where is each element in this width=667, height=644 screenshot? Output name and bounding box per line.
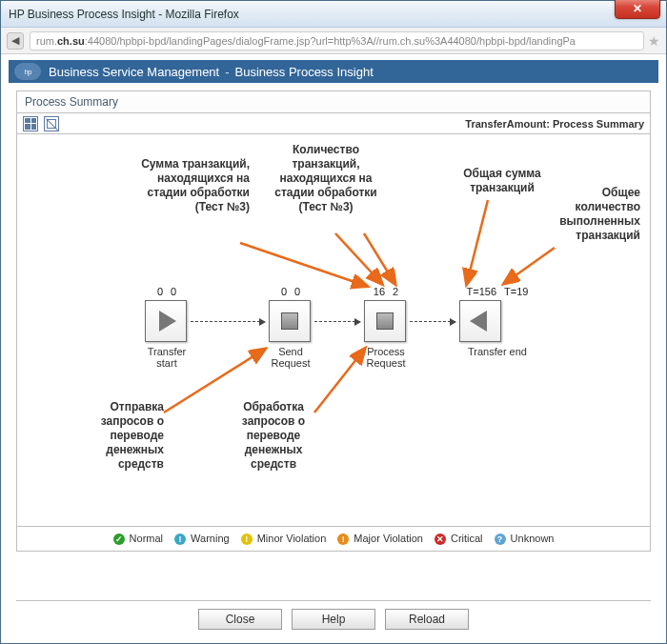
status-i-normal-icon: ✓ bbox=[113, 533, 125, 545]
help-button[interactable]: Help bbox=[292, 609, 375, 630]
module-name: Business Process Insight bbox=[235, 65, 374, 79]
legend-label: Major Violation bbox=[351, 533, 423, 544]
status-i-warn-icon: ! bbox=[174, 533, 186, 545]
diagram-canvas: 00Transfer start00Send Request162Process… bbox=[21, 138, 646, 522]
browser-window: HP Business Process Insight - Mozilla Fi… bbox=[0, 0, 667, 644]
legend-label: Warning bbox=[188, 533, 230, 544]
window-title: HP Business Process Insight - Mozilla Fi… bbox=[9, 8, 239, 21]
legend-item: ! Major Violation bbox=[337, 533, 423, 545]
dialog-buttons: Close Help Reload bbox=[1, 609, 666, 630]
reload-button[interactable]: Reload bbox=[385, 609, 469, 630]
legend-label: Normal bbox=[127, 533, 164, 544]
status-legend: ✓ Normal! Warning! Minor Violation! Majo… bbox=[17, 526, 650, 545]
product-name: Business Service Management bbox=[49, 65, 219, 79]
grid-icon[interactable] bbox=[23, 116, 38, 131]
product-header: hp Business Service Management - Busines… bbox=[9, 60, 658, 83]
dialog-separator bbox=[16, 600, 651, 601]
status-i-unk-icon: ? bbox=[495, 533, 506, 545]
url-host: ch.su bbox=[57, 35, 85, 47]
chevron-left-icon: ◀ bbox=[11, 34, 19, 47]
hp-logo-icon: hp bbox=[14, 63, 41, 80]
address-input[interactable]: rum. ch.su :44080/hpbpi-bpd/landingPages… bbox=[30, 31, 644, 50]
panel-toolbar: TransferAmount: Process Summary bbox=[17, 113, 650, 134]
status-i-major-icon: ! bbox=[337, 533, 349, 545]
legend-label: Unknown bbox=[508, 533, 555, 544]
nav-back-button[interactable]: ◀ bbox=[7, 32, 24, 50]
section-heading: Process Summary bbox=[16, 91, 651, 113]
legend-item: ? Unknown bbox=[495, 533, 555, 545]
legend-item: ✓ Normal bbox=[113, 533, 164, 545]
svg-line-4 bbox=[505, 248, 555, 283]
url-bar: ◀ rum. ch.su :44080/hpbpi-bpd/landingPag… bbox=[1, 28, 666, 54]
status-i-crit-icon: ✕ bbox=[435, 533, 446, 545]
close-button[interactable]: Close bbox=[198, 609, 282, 630]
titlebar: HP Business Process Insight - Mozilla Fi… bbox=[1, 1, 666, 28]
header-separator: - bbox=[225, 65, 229, 79]
svg-line-3 bbox=[467, 200, 488, 283]
legend-label: Critical bbox=[448, 533, 483, 544]
window-controls: ✕ bbox=[615, 0, 660, 19]
svg-line-1 bbox=[335, 233, 381, 283]
legend-item: ✕ Critical bbox=[435, 533, 483, 545]
legend-item: ! Warning bbox=[174, 533, 230, 545]
close-icon: ✕ bbox=[633, 2, 642, 15]
main-content: Process Summary TransferAmount: Process … bbox=[16, 91, 651, 552]
svg-line-2 bbox=[364, 233, 394, 283]
status-i-minor-icon: ! bbox=[241, 533, 253, 545]
svg-line-6 bbox=[314, 350, 364, 413]
legend-label: Minor Violation bbox=[254, 533, 327, 544]
bookmark-star-icon[interactable]: ★ bbox=[648, 33, 660, 49]
expand-icon[interactable] bbox=[44, 116, 59, 131]
annotation-arrows bbox=[21, 138, 646, 522]
url-rest: :44080/hpbpi-bpd/landingPages/dialogFram… bbox=[85, 35, 576, 47]
breadcrumb: TransferAmount: Process Summary bbox=[465, 118, 644, 130]
window-close-button[interactable]: ✕ bbox=[615, 0, 660, 19]
svg-line-5 bbox=[164, 350, 264, 413]
legend-item: ! Minor Violation bbox=[241, 533, 327, 545]
svg-line-0 bbox=[240, 243, 366, 286]
url-prefix: rum. bbox=[36, 35, 57, 47]
diagram-panel: TransferAmount: Process Summary 00Transf… bbox=[16, 113, 651, 552]
